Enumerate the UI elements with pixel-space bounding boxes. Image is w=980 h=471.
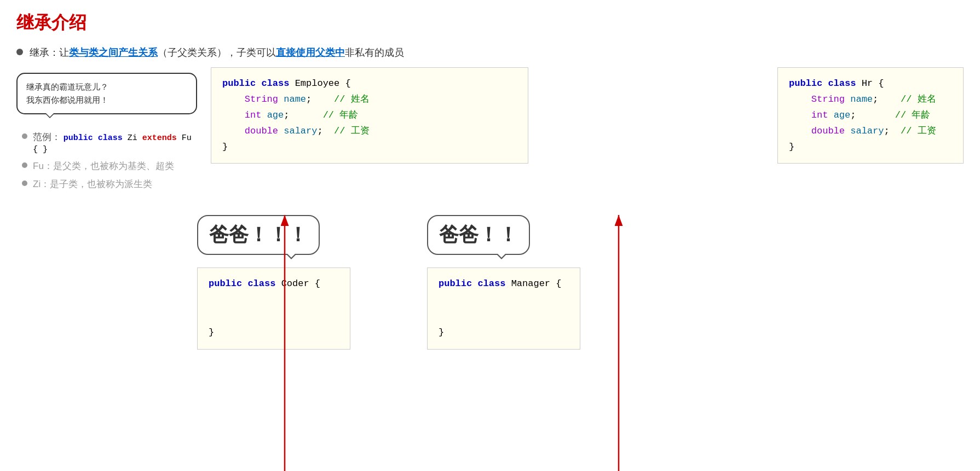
bullet-dot bbox=[16, 49, 23, 55]
hr-section: public class Hr { String name; // 姓名 int… bbox=[777, 67, 964, 164]
emp-line4: double salary; // 工资 bbox=[222, 124, 517, 139]
sub-dot-2 bbox=[22, 162, 27, 168]
dad-bubble-right-wrap: 爸爸！！ bbox=[427, 215, 580, 263]
sub-bullet-1: 范例： public class Zi extends Fu { } bbox=[22, 131, 197, 154]
manager-body bbox=[439, 292, 569, 325]
dad-bubble-left: 爸爸！！！ bbox=[197, 215, 320, 255]
hr-line4: double salary; // 工资 bbox=[789, 124, 952, 139]
manager-line1: public class Manager { bbox=[439, 276, 569, 292]
main-bullet-text: 继承：让类与类之间产生关系（子父类关系），子类可以直接使用父类中非私有的成员 bbox=[30, 46, 404, 59]
row1: 继承真的霸道玩意儿？ 我东西你都说用就用！ 范例： public class Z… bbox=[16, 67, 964, 196]
sub-dot-1 bbox=[22, 133, 27, 139]
manager-line4: } bbox=[439, 325, 569, 341]
sub-bullet-3-text: Zi：是子类，也被称为派生类 bbox=[33, 178, 152, 190]
sub-bullets: 范例： public class Zi extends Fu { } Fu：是父… bbox=[22, 131, 197, 190]
sub-bullet-1-text: 范例： public class Zi extends Fu { } bbox=[33, 131, 197, 154]
emp-line3: int age; // 年龄 bbox=[222, 108, 517, 124]
left-panel: 继承真的霸道玩意儿？ 我东西你都说用就用！ 范例： public class Z… bbox=[16, 67, 197, 196]
coder-line4: } bbox=[209, 325, 339, 341]
main-bullet: 继承：让类与类之间产生关系（子父类关系），子类可以直接使用父类中非私有的成员 bbox=[16, 46, 964, 59]
coder-line1: public class Coder { bbox=[209, 276, 339, 292]
hr-code-box: public class Hr { String name; // 姓名 int… bbox=[777, 67, 964, 164]
hr-line2: String name; // 姓名 bbox=[789, 92, 952, 108]
employee-code-box: public class Employee { String name; // … bbox=[211, 67, 528, 164]
sub-bullet-2-text: Fu：是父类，也被称为基类、超类 bbox=[33, 160, 174, 172]
sub-bullet-3: Zi：是子类，也被称为派生类 bbox=[22, 178, 197, 190]
hr-line3: int age; // 年龄 bbox=[789, 108, 952, 124]
dad-bubble-left-wrap: 爸爸！！！ bbox=[197, 215, 350, 263]
coder-section: 爸爸！！！ public class Coder { } bbox=[197, 215, 350, 350]
coder-code-box: public class Coder { } bbox=[197, 268, 350, 350]
manager-section: 爸爸！！ public class Manager { } bbox=[427, 215, 580, 350]
bullet-section: 继承：让类与类之间产生关系（子父类关系），子类可以直接使用父类中非私有的成员 bbox=[16, 46, 964, 59]
speech-line1: 继承真的霸道玩意儿？ bbox=[26, 80, 187, 94]
emp-line1: public class Employee { bbox=[222, 76, 517, 92]
diagram-area: 继承真的霸道玩意儿？ 我东西你都说用就用！ 范例： public class Z… bbox=[16, 67, 964, 350]
hr-line5: } bbox=[789, 139, 952, 155]
manager-code-box: public class Manager { } bbox=[427, 268, 580, 350]
coder-body bbox=[209, 292, 339, 325]
emp-line2: String name; // 姓名 bbox=[222, 92, 517, 108]
speech-bubble: 继承真的霸道玩意儿？ 我东西你都说用就用！ bbox=[16, 73, 197, 114]
row2: 爸爸！！！ public class Coder { } 爸爸！！ public… bbox=[16, 215, 964, 350]
page-title: 继承介绍 bbox=[16, 11, 964, 35]
employee-section: public class Employee { String name; // … bbox=[211, 67, 764, 164]
sub-bullet-2: Fu：是父类，也被称为基类、超类 bbox=[22, 160, 197, 172]
speech-line2: 我东西你都说用就用！ bbox=[26, 94, 187, 107]
sub-dot-3 bbox=[22, 181, 27, 186]
emp-line5: } bbox=[222, 139, 517, 155]
hr-line1: public class Hr { bbox=[789, 76, 952, 92]
dad-bubble-right: 爸爸！！ bbox=[427, 215, 530, 255]
